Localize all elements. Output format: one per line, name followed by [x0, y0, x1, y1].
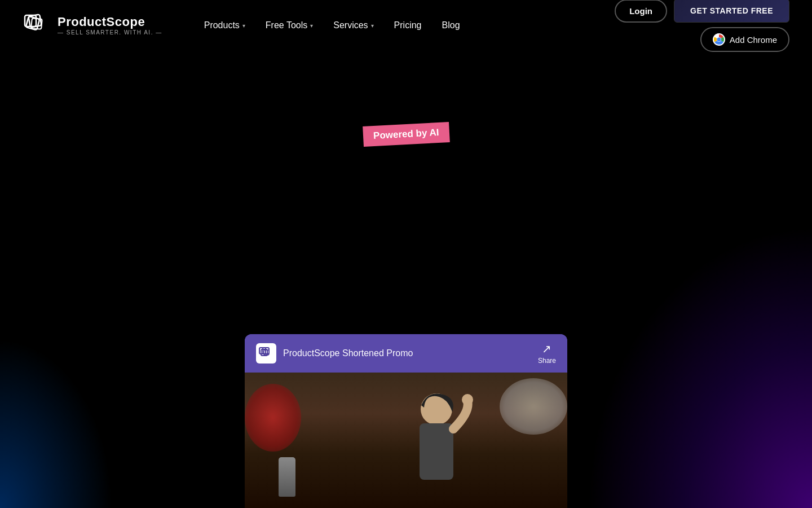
- nav-products[interactable]: Products ▾: [196, 16, 253, 35]
- navbar: ProductScope — SELL SMARTER. WITH AI. — …: [0, 0, 812, 51]
- add-chrome-button[interactable]: Add Chrome: [700, 27, 789, 52]
- flowers-left-decoration: [245, 384, 301, 452]
- share-icon: ↗: [542, 342, 551, 356]
- video-share-label: Share: [538, 357, 556, 365]
- logo-name: ProductScope: [58, 15, 162, 29]
- logo-text: ProductScope — SELL SMARTER. WITH AI. —: [58, 15, 162, 35]
- bg-glow-right: [586, 226, 812, 508]
- powered-badge: Powered by AI: [363, 122, 449, 147]
- person-figure: [386, 384, 487, 508]
- video-logo-icon: [256, 343, 276, 364]
- nav-pricing[interactable]: Pricing: [386, 16, 430, 35]
- nav-free-tools[interactable]: Free Tools ▾: [258, 16, 321, 35]
- free-tools-chevron-icon: ▾: [310, 23, 313, 29]
- logo-tagline: — SELL SMARTER. WITH AI. —: [58, 29, 162, 36]
- nav-left: ProductScope — SELL SMARTER. WITH AI. — …: [23, 11, 468, 40]
- chrome-icon: [713, 33, 725, 46]
- bg-glow-left: [0, 339, 113, 508]
- svg-point-13: [462, 394, 473, 405]
- video-thumbnail[interactable]: [245, 373, 567, 508]
- nav-blog[interactable]: Blog: [434, 16, 468, 35]
- products-chevron-icon: ▾: [242, 23, 245, 29]
- video-share-button[interactable]: ↗ Share: [538, 342, 556, 365]
- flowers-right-decoration: [500, 378, 567, 435]
- video-header-left: ProductScope Shortened Promo: [256, 343, 413, 364]
- get-started-button[interactable]: GET STARTED FREE: [674, 0, 789, 23]
- video-title: ProductScope Shortened Promo: [283, 348, 413, 358]
- video-container: ProductScope Shortened Promo ↗ Share: [245, 334, 567, 508]
- product-bottle: [279, 457, 295, 497]
- main-content: Powered by AI: [0, 51, 812, 139]
- logo-icon: [23, 11, 52, 40]
- svg-point-6: [717, 38, 721, 42]
- services-chevron-icon: ▾: [371, 23, 374, 29]
- nav-menu: Products ▾ Free Tools ▾ Services ▾ Prici…: [196, 16, 468, 35]
- video-thumbnail-bg: [245, 373, 567, 508]
- video-header: ProductScope Shortened Promo ↗ Share: [245, 334, 567, 373]
- svg-rect-12: [420, 423, 453, 480]
- nav-services[interactable]: Services ▾: [325, 16, 381, 35]
- nav-right-top: Login GET STARTED FREE: [615, 0, 789, 23]
- login-button[interactable]: Login: [615, 0, 667, 23]
- nav-right: Login GET STARTED FREE Add Chrome: [615, 0, 789, 52]
- logo[interactable]: ProductScope — SELL SMARTER. WITH AI. —: [23, 11, 162, 40]
